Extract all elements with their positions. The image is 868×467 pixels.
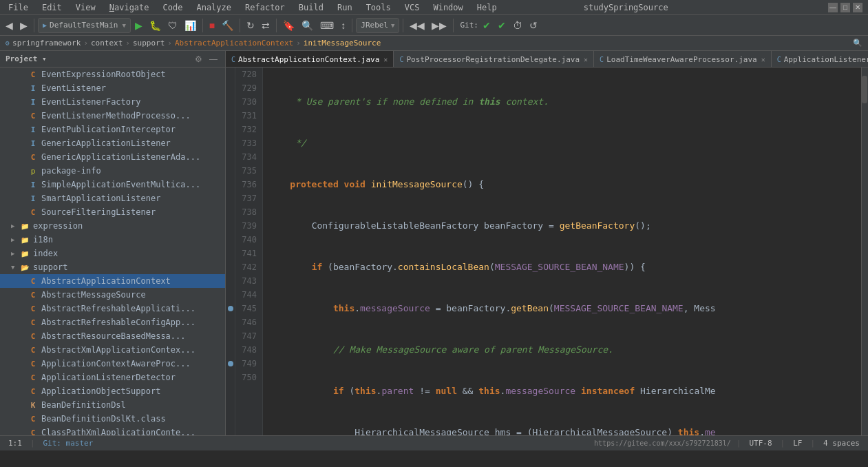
tree-item-ClassPathXmlApplicationConte[interactable]: C ClassPathXmlApplicationConte... — [0, 426, 225, 435]
git-history-button[interactable]: ⏱ — [510, 18, 525, 33]
menu-refactor[interactable]: Refactor — [242, 1, 288, 14]
tree-item-EventListenerMethodProcessor[interactable]: C EventListenerMethodProcesso... — [0, 109, 225, 123]
vcs-button[interactable]: ↕ — [338, 18, 348, 33]
menu-navigate[interactable]: Navigate — [107, 1, 152, 14]
status-linesep[interactable]: LF — [790, 439, 805, 448]
profile-button[interactable]: 📊 — [182, 18, 199, 33]
jrebel-selector[interactable]: JRebel ▼ — [356, 18, 399, 33]
tree-item-AbstractRefreshableConfigAp[interactable]: C AbstractRefreshableConfigApp... — [0, 315, 225, 329]
menu-analyze[interactable]: Analyze — [193, 1, 234, 14]
find-button[interactable]: 🔍 — [299, 18, 316, 33]
menu-help[interactable]: Help — [474, 1, 500, 14]
breadcrumb-part-1[interactable]: context — [91, 39, 123, 48]
git-checkmark-button[interactable]: ✔ — [480, 18, 494, 33]
tree-item-AbstractApplicationContext[interactable]: C AbstractApplicationContext — [0, 274, 225, 288]
tab-PostProcessorRegistrationDelegate[interactable]: C PostProcessorRegistrationDelegate.java… — [394, 51, 594, 68]
tree-item-expression[interactable]: ▶ 📁 expression — [0, 219, 225, 233]
tab-ApplicationListenerDe[interactable]: C ApplicationListenerDe... ✕ — [772, 51, 868, 68]
run-config-selector[interactable]: ▶ DefaultTestMain ▼ — [38, 18, 131, 33]
tree-item-ApplicationListenerDetector[interactable]: C ApplicationListenerDetector — [0, 371, 225, 384]
tab-AbstractApplicationContext[interactable]: C AbstractApplicationContext.java ✕ — [226, 51, 394, 68]
class-icon-aac: C — [28, 276, 39, 287]
build-button[interactable]: 🔨 — [219, 18, 236, 33]
git-check2-button[interactable]: ✔ — [495, 18, 509, 33]
maximize-button[interactable]: □ — [840, 3, 850, 12]
debug-button[interactable]: 🐛 — [147, 18, 164, 33]
tree-item-ApplicationObjectSupport[interactable]: C ApplicationObjectSupport — [0, 384, 225, 398]
scrollbar-thumb[interactable] — [862, 76, 867, 103]
breadcrumb-part-0[interactable]: springframework — [12, 39, 81, 48]
breadcrumb-sep-1: › — [125, 39, 130, 48]
tab-close-1[interactable]: ✕ — [584, 56, 588, 63]
right-scrollbar[interactable] — [861, 68, 868, 435]
stop-button[interactable]: ■ — [207, 18, 218, 33]
menu-edit[interactable]: Edit — [39, 1, 65, 14]
bookmark-button[interactable]: 🔖 — [280, 18, 297, 33]
tree-item-i18n[interactable]: ▶ 📁 i18n — [0, 233, 225, 247]
tree-item-EventPublicationInterceptor[interactable]: I EventPublicationInterceptor — [0, 123, 225, 136]
tree-item-AbstractRefreshableApplicati[interactable]: C AbstractRefreshableApplicati... — [0, 302, 225, 315]
window-controls: — □ ✕ — [828, 3, 862, 12]
sidebar-minimize-button[interactable]: — — [207, 54, 220, 65]
sidebar-settings-button[interactable]: ⚙ — [193, 54, 204, 65]
tree-item-AbstractResourceBasedMessa[interactable]: C AbstractResourceBasedMessa... — [0, 329, 225, 343]
next-button[interactable]: ▶▶ — [429, 18, 449, 33]
back-button[interactable]: ◀ — [3, 18, 16, 33]
tree-item-support[interactable]: ▼ 📂 support — [0, 260, 225, 274]
forward-button[interactable]: ▶ — [17, 18, 30, 33]
tree-item-SmartApplicationListener[interactable]: I SmartApplicationListener — [0, 191, 225, 205]
jrebel-label: JRebel — [361, 21, 388, 30]
tab-close-0[interactable]: ✕ — [383, 56, 388, 63]
status-position[interactable]: 1:1 — [6, 439, 25, 448]
prev-button[interactable]: ◀◀ — [407, 18, 427, 33]
breadcrumb-sep-0: › — [83, 39, 88, 48]
ln-733: 733 — [238, 136, 257, 150]
terminal-button[interactable]: ⌨ — [317, 18, 337, 33]
status-encoding[interactable]: UTF-8 — [746, 439, 774, 448]
tree-item-AbstractXmlApplicationContex[interactable]: C AbstractXmlApplicationContex... — [0, 343, 225, 357]
ln-734: 734 — [238, 150, 257, 164]
tree-item-package-info[interactable]: p package-info — [0, 164, 225, 178]
tree-item-EventExpressionRootObject[interactable]: C EventExpressionRootObject — [0, 68, 225, 81]
menu-file[interactable]: File — [6, 1, 31, 14]
code-content[interactable]: * Use parent's if none defined in this c… — [263, 68, 861, 435]
breadcrumb-search-icon[interactable]: 🔍 — [853, 39, 862, 48]
menu-view[interactable]: View — [73, 1, 98, 14]
status-git[interactable]: Git: master — [41, 439, 96, 448]
tree-item-GenericApplicationListenerAda[interactable]: C GenericApplicationListenerAda... — [0, 150, 225, 164]
breadcrumb-part-4[interactable]: initMessageSource — [304, 39, 381, 48]
status-indent[interactable]: 4 spaces — [821, 439, 862, 448]
menu-tools[interactable]: Tools — [363, 1, 394, 14]
git-undo-button[interactable]: ↺ — [527, 18, 540, 33]
tree-item-BeanDefinitionDsl[interactable]: K BeanDefinitionDsl — [0, 398, 225, 412]
ln-738: 738 — [238, 205, 257, 219]
breadcrumb-part-2[interactable]: support — [133, 39, 165, 48]
menu-build[interactable]: Build — [296, 1, 326, 14]
tree-item-BeanDefinitionDslKt[interactable]: C BeanDefinitionDslKt.class — [0, 412, 225, 426]
breadcrumb-part-3[interactable]: AbstractApplicationContext — [175, 39, 293, 48]
tab-LoadTimeWeaverAwareProcessor[interactable]: C LoadTimeWeaverAwareProcessor.java ✕ — [594, 51, 772, 68]
menu-window[interactable]: Window — [430, 1, 465, 14]
tree-item-EventListenerFactory[interactable]: I EventListenerFactory — [0, 95, 225, 109]
breadcrumb-icon: ⚙ — [6, 39, 10, 47]
project-dropdown[interactable]: Project ▾ — [6, 54, 47, 63]
tree-item-GenericApplicationListener[interactable]: I GenericApplicationListener — [0, 136, 225, 150]
tree-item-SourceFilteringListener[interactable]: C SourceFilteringListener — [0, 205, 225, 219]
menu-code[interactable]: Code — [160, 1, 186, 14]
menu-vcs[interactable]: VCS — [402, 1, 423, 14]
sync-button[interactable]: ⇄ — [259, 18, 273, 33]
tree-item-EventListener[interactable]: I EventListener — [0, 81, 225, 95]
folder-icon-support: 📂 — [19, 262, 30, 273]
tree-item-AbstractMessageSource[interactable]: C AbstractMessageSource — [0, 288, 225, 302]
gutter-row-732 — [226, 123, 235, 136]
tree-item-index[interactable]: ▶ 📁 index — [0, 247, 225, 260]
tree-item-SimpleApplicationEventMultica[interactable]: I SimpleApplicationEventMultica... — [0, 178, 225, 191]
run-button[interactable]: ▶ — [132, 18, 145, 33]
close-button[interactable]: ✕ — [853, 3, 862, 12]
update-button[interactable]: ↻ — [244, 18, 257, 33]
tab-close-2[interactable]: ✕ — [761, 56, 765, 63]
coverage-button[interactable]: 🛡 — [165, 18, 180, 33]
minimize-button[interactable]: — — [828, 3, 838, 12]
menu-run[interactable]: Run — [335, 1, 355, 14]
tree-item-ApplicationContextAwareProc[interactable]: C ApplicationContextAwareProc... — [0, 357, 225, 371]
